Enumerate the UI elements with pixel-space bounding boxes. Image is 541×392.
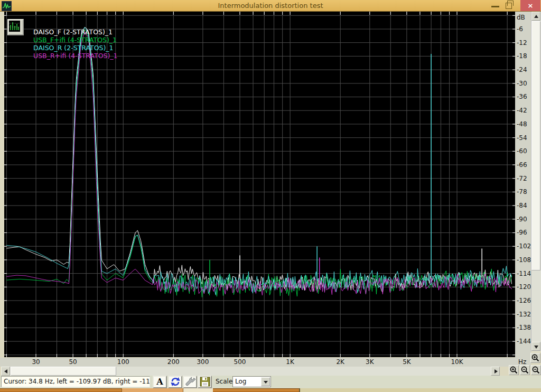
scroll-down-button[interactable] [531,342,540,351]
x-tick-label: 5K [403,358,411,366]
magnifier-minus-icon [531,366,540,375]
y-zoom-in-button[interactable] [530,353,540,363]
font-button[interactable]: A [153,376,167,388]
magnifier-plus-icon [509,366,518,375]
y-tick-label: -90 [517,216,531,223]
legend-entry: DAISO_F (2-STRATOS)_1 [33,28,118,36]
background-segment [183,388,213,392]
x-tick-label: 50 [69,358,77,366]
settings-button[interactable] [183,376,197,388]
y-tick-label: -120 [517,283,531,291]
magnifier-plus-icon [531,353,540,362]
close-button[interactable]: × [520,0,540,11]
y-tick-label: -108 [517,256,531,264]
legend: DAISO_F (2-STRATOS)_1USB_F+ifi (4-STRATO… [33,28,118,60]
y-axis-unit: dB [517,14,525,21]
spectrum-plot[interactable]: DAISO_F (2-STRATOS)_1USB_F+ifi (4-STRATO… [4,12,515,357]
x-zoom-in-button[interactable] [509,365,519,375]
y-tick-label: -6 [517,25,531,33]
y-tick-label: -12 [517,39,531,46]
app-window: Intermodulation distortion test × DAISO_… [0,0,541,392]
spectrum-icon [9,21,20,32]
y-tick-label: -78 [517,188,531,195]
x-tick-label: 10K [451,358,463,366]
x-tick-label: 2K [336,358,344,366]
minimize-button[interactable] [491,6,499,7]
y-tick-label: -36 [517,93,531,100]
scale-dropdown[interactable]: Log [232,376,271,387]
scroll-right-button[interactable] [491,367,500,376]
cursor-status-box: Cursor: 34.8 Hz, left = -109.97 dB, righ… [1,376,150,387]
wrench-icon [184,377,196,387]
series-trace [6,27,511,295]
y-tick-label: -102 [517,242,531,250]
scale-label: Scale [216,378,232,385]
refresh-icon [170,377,181,387]
down-arrow-icon [534,346,538,349]
x-tick-label: 200 [167,358,180,366]
bottom-toolbar: Cursor: 34.8 Hz, left = -109.97 dB, righ… [0,376,541,388]
horizontal-scroll-thumb[interactable] [11,367,116,376]
scroll-left-button[interactable] [1,367,10,376]
magnifier-minus-icon [520,366,529,375]
y-tick-label: -24 [517,66,531,73]
up-arrow-icon [534,15,538,18]
refresh-button[interactable] [168,376,182,388]
title-bar[interactable]: Intermodulation distortion test × [0,0,541,12]
x-tick-label: 30 [32,358,40,366]
y-tick-label: -132 [517,311,531,318]
dropdown-arrow-button[interactable] [261,377,270,386]
y-tick-label: -66 [517,161,531,169]
y-tick-label: -30 [517,80,531,87]
y-zoom-out-button[interactable] [531,365,541,375]
y-tick-label: -96 [517,229,531,236]
y-tick-label: -126 [517,297,531,304]
x-tick-label: 3K [366,358,374,366]
x-tick-label: 500 [234,358,246,366]
floppy-icon [200,377,210,387]
restore-button[interactable] [506,3,512,9]
background-segment [122,388,183,392]
save-button[interactable] [198,376,212,388]
x-axis-labels: 30501002003005001K2K3K5K10K [0,358,531,367]
y-tick-label: -114 [517,270,531,277]
y-tick-label: -84 [517,202,531,209]
scroll-up-button[interactable] [531,12,540,21]
y-tick-label: -60 [517,147,531,155]
series-trace [6,32,511,296]
legend-entry: USB_R+ifi (4-STRATOS)_1 [33,52,118,60]
y-tick-label: -54 [517,134,531,142]
chevron-down-icon [264,381,268,384]
window-title: Intermodulation distortion test [0,2,541,10]
y-tick-label: -18 [517,52,531,60]
vertical-scroll-thumb[interactable] [531,21,540,270]
x-tick-label: 1K [286,358,294,366]
spectrum-canvas[interactable] [4,12,515,357]
x-axis-unit: Hz [518,358,526,366]
vertical-scrollbar[interactable] [531,12,541,351]
background-window-edge [0,388,541,392]
legend-entry: DAISO_R (2-STRATOS)_1 [33,44,118,52]
x-zoom-out-button[interactable] [520,365,530,375]
y-tick-label: -144 [517,338,531,345]
horizontal-scrollbar[interactable] [1,367,500,376]
series-trace [6,27,511,293]
x-tick-label: 300 [197,358,209,366]
spectrum-view-button[interactable] [7,19,24,35]
legend-entry: USB_F+ifi (4-STRATOS)_1 [33,36,118,44]
y-tick-label: -42 [517,107,531,114]
right-arrow-icon [495,369,498,374]
y-tick-label: -138 [517,324,531,331]
y-tick-label: -48 [517,120,531,128]
x-tick-label: 100 [117,358,129,366]
scale-selected-value: Log [235,378,246,385]
left-arrow-icon [4,369,7,374]
y-axis-labels: -6-12-18-24-30-36-42-48-54-60-66-72-78-8… [515,12,531,366]
y-tick-label: -72 [517,175,531,182]
background-segment [299,388,541,392]
